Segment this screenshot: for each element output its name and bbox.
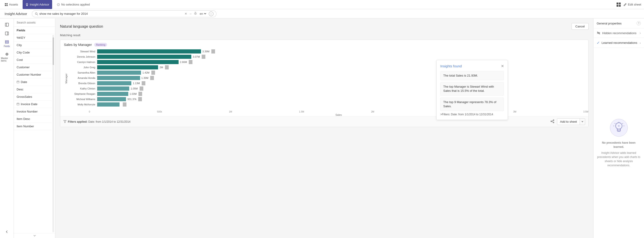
field-item[interactable]: Customer Number: [14, 71, 52, 78]
right-panel-title: General properties: [597, 22, 622, 25]
fields-scroll-track[interactable]: [52, 35, 54, 232]
chart-header: Sales by Manager Ranking: [60, 40, 588, 49]
mic-icon[interactable]: [194, 12, 197, 16]
share-button[interactable]: [550, 119, 555, 125]
sidebar-item-toggle-panel[interactable]: [0, 21, 14, 29]
svg-rect-8: [616, 2, 618, 4]
chart-footer-actions: Add to sheet: [550, 118, 585, 125]
chart-card: Sales by Manager Ranking Manager Stewart…: [60, 40, 588, 127]
bar-fill: [97, 71, 141, 75]
sidebar-item-collapse[interactable]: [0, 29, 14, 37]
field-item-label: Invoice Date: [21, 102, 38, 106]
field-item-label: Cost: [16, 58, 23, 62]
x-axis-tick: 1.5M: [299, 110, 304, 113]
sidebar-item-master-items[interactable]: Master items: [0, 50, 14, 64]
field-item[interactable]: City: [14, 41, 52, 49]
x-axis-tick: 1M: [229, 110, 232, 113]
cancel-button[interactable]: Cancel: [572, 23, 588, 30]
selection-badge: No selections applied: [57, 3, 90, 6]
fields-title: Fields: [14, 27, 55, 34]
field-item[interactable]: GrossSales: [14, 93, 52, 101]
svg-point-35: [553, 122, 554, 123]
insights-title: Insights found: [440, 64, 462, 68]
bar-value: 1.05M: [130, 87, 138, 90]
bar-label: Amanda Honda: [70, 77, 97, 79]
bar-label: Molly McKenzie: [70, 103, 97, 106]
field-item[interactable]: Item Desc: [14, 115, 52, 123]
add-to-sheet-dropdown[interactable]: [580, 119, 585, 125]
bar-fill: [97, 102, 120, 107]
sidebar-item-fields[interactable]: Fields: [0, 38, 14, 49]
clear-search-icon[interactable]: ✕: [184, 12, 187, 15]
language-select[interactable]: en fr de: [199, 12, 207, 16]
edit-sheet-button[interactable]: Edit sheet: [624, 3, 641, 6]
collapse-sidebar-button[interactable]: [0, 228, 14, 236]
svg-rect-21: [5, 42, 8, 43]
learned-rec-label: Learned recommendations: [602, 41, 637, 44]
insight-advisor-tab[interactable]: Insight Advisor: [22, 0, 52, 9]
field-item-label: Desc: [16, 88, 24, 91]
fields-scroll-down[interactable]: [14, 233, 55, 238]
bar-fill: [97, 65, 158, 69]
bar-label: Brenda Gibson: [70, 82, 97, 85]
field-item[interactable]: Cost: [14, 56, 52, 64]
chart-footer: Filters applied: Date: from 1/1/2014 to …: [60, 116, 588, 127]
matching-result-label: Matching result: [60, 33, 588, 37]
bar-fill: [97, 86, 129, 91]
info-icon[interactable]: i: [209, 11, 214, 16]
field-item[interactable]: Customer: [14, 64, 52, 71]
field-item-label: Item Desc: [16, 117, 30, 121]
top-bar: Assets Insight Advisor No selections app…: [0, 0, 644, 9]
chart-x-axis: 0500k1M1.5M2M2.5M3M3.5M: [60, 110, 588, 113]
svg-rect-2: [5, 5, 6, 6]
bar-value: 931.37k: [127, 98, 136, 101]
filter-icon: [64, 120, 66, 123]
field-item[interactable]: %KEY: [14, 34, 52, 41]
chart-title: Sales by Manager: [64, 43, 92, 47]
svg-rect-3: [6, 5, 8, 6]
insight-cards-container: The total Sales is 21.93M.The top Manage…: [440, 71, 504, 111]
field-item-label: Invoice Number: [16, 110, 38, 113]
nlq-title: Natural language question: [60, 24, 103, 29]
svg-rect-20: [5, 41, 8, 42]
help-icon[interactable]: ?: [636, 21, 641, 25]
insights-close-button[interactable]: ✕: [501, 64, 504, 68]
bar-fill: [97, 60, 178, 64]
left-icon-panel: Fields Master items: [0, 18, 14, 238]
assets-nav-item[interactable]: Assets: [3, 3, 20, 6]
field-item[interactable]: Invoice Date: [14, 101, 52, 108]
field-item[interactable]: Item Number: [14, 123, 52, 130]
fields-search-area[interactable]: [14, 18, 55, 27]
grid-view-icon[interactable]: [616, 2, 621, 7]
x-axis-tick: 2M: [371, 110, 374, 113]
field-item[interactable]: Date: [14, 78, 52, 86]
right-panel-header: General properties ?: [594, 18, 644, 28]
calendar-icon: [16, 80, 20, 84]
bar-value: 3.07M: [193, 55, 200, 58]
svg-point-34: [553, 120, 554, 121]
eye-off-icon: [597, 31, 600, 35]
fields-scroll-thumb[interactable]: [52, 37, 54, 65]
field-item-label: City: [16, 43, 22, 47]
svg-point-12: [35, 13, 37, 14]
insight-card: The top Manager is Stewart Wind with Sal…: [440, 82, 504, 95]
no-precedents-title: No precedents have been learned.: [597, 141, 640, 149]
search-input-wrap[interactable]: ✕ → en fr de i: [32, 10, 216, 17]
hidden-recommendations-item[interactable]: Hidden recommendations ›: [594, 28, 644, 38]
fields-search-input[interactable]: [16, 21, 52, 24]
field-item[interactable]: Invoice Number: [14, 108, 52, 115]
search-input[interactable]: [40, 12, 184, 15]
insight-advisor-label: Insight Advisor: [30, 3, 50, 6]
bar-mini: [211, 49, 215, 53]
left-icon-bottom: [0, 228, 14, 238]
arrow-icon[interactable]: →: [189, 12, 192, 15]
bar-label: Samantha Allen: [70, 71, 97, 74]
bar-label: Carolyn Halmon: [70, 61, 97, 63]
field-item[interactable]: Desc: [14, 86, 52, 93]
bar-mini: [138, 97, 142, 101]
field-item[interactable]: City Code: [14, 49, 52, 56]
learned-rec-left: ✓ Learned recommendations: [597, 41, 637, 45]
add-to-sheet-button[interactable]: Add to sheet: [557, 119, 580, 125]
learned-recommendations-item[interactable]: ✓ Learned recommendations ›: [594, 38, 644, 48]
bar-mini: [151, 71, 155, 75]
